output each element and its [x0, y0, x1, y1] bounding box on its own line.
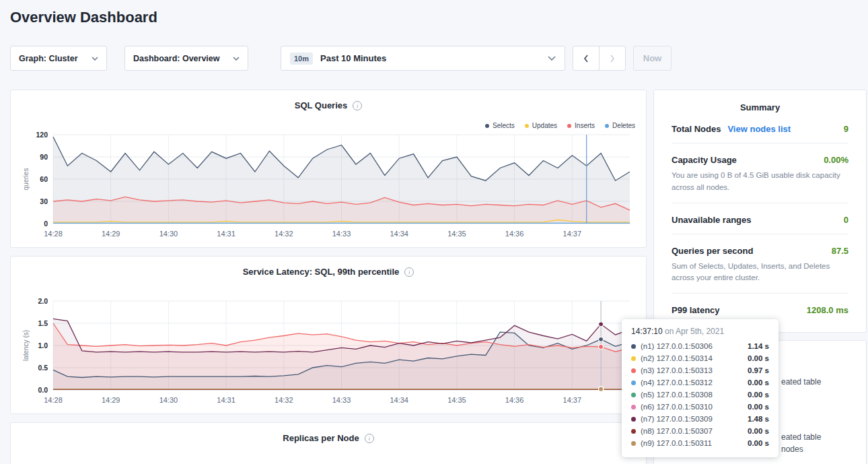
- legend-dot-icon: [485, 124, 489, 128]
- svg-text:14:28: 14:28: [44, 396, 63, 404]
- svg-text:0.0: 0.0: [38, 386, 48, 394]
- total-nodes-value: 9: [844, 124, 848, 134]
- sql-queries-header: SQL Queries i: [11, 90, 646, 110]
- tooltip-node-row: (n2) 127.0.0.1:503140.00 s: [631, 352, 769, 364]
- info-icon[interactable]: i: [404, 267, 414, 277]
- svg-text:14:29: 14:29: [102, 396, 120, 404]
- time-range-badge: 10m: [290, 53, 313, 65]
- svg-text:14:28: 14:28: [44, 230, 63, 238]
- tooltip-node-label: (n7) 127.0.0.1:50309: [641, 415, 713, 423]
- node-color-dot-icon: [631, 344, 636, 349]
- queries-per-second-label: Queries per second: [672, 246, 753, 256]
- queries-per-second-description: Sum of Selects, Updates, Inserts, and De…: [672, 261, 848, 285]
- tooltip-rows: (n1) 127.0.0.1:503061.14 s(n2) 127.0.0.1…: [631, 340, 769, 449]
- tooltip-node-row: (n6) 127.0.0.1:503100.00 s: [631, 401, 769, 413]
- node-color-dot-icon: [631, 356, 636, 361]
- tooltip-date: on Apr 5th, 2021: [663, 327, 724, 336]
- chevron-right-icon: [610, 55, 615, 63]
- summary-title: Summary: [672, 90, 848, 112]
- time-range-dropdown[interactable]: 10m Past 10 Minutes: [281, 46, 565, 71]
- node-color-dot-icon: [631, 441, 636, 446]
- tooltip-node-value: 0.00 s: [748, 439, 769, 447]
- svg-text:14:31: 14:31: [217, 230, 236, 238]
- unavailable-ranges-value: 0: [844, 215, 848, 225]
- dashboard-dropdown[interactable]: Dashboard: Overview: [124, 46, 248, 71]
- tooltip-node-row: (n7) 127.0.0.1:503091.48 s: [631, 413, 769, 425]
- replicas-per-node-panel: Replicas per Node i: [10, 422, 647, 464]
- sql-queries-chart[interactable]: 14:2814:2914:3014:3114:3214:3314:3414:35…: [11, 128, 647, 244]
- tooltip-node-row: (n4) 127.0.0.1:503120.00 s: [631, 376, 769, 389]
- event-item[interactable]: nodes: [781, 444, 803, 454]
- replicas-header: Replicas per Node i: [11, 423, 646, 443]
- node-color-dot-icon: [631, 368, 636, 373]
- tooltip-node-value: 0.00 s: [748, 354, 769, 362]
- node-color-dot-icon: [631, 405, 636, 409]
- p99-latency-label: P99 latency: [672, 305, 720, 315]
- svg-text:14:36: 14:36: [505, 230, 524, 238]
- tooltip-node-label: (n5) 127.0.0.1:50308: [641, 391, 713, 399]
- service-latency-header: Service Latency: SQL, 99th percentile i: [11, 257, 646, 277]
- svg-text:latency (s): latency (s): [22, 330, 30, 361]
- legend-dot-icon: [567, 124, 571, 128]
- node-color-dot-icon: [631, 429, 636, 434]
- time-prev-button[interactable]: [573, 46, 600, 71]
- svg-text:60: 60: [40, 175, 48, 183]
- queries-per-second-row: Queries per second 87.5 Sum of Selects, …: [672, 234, 848, 294]
- unavailable-ranges-row: Unavailable ranges 0: [672, 203, 848, 234]
- capacity-usage-value: 0.00%: [824, 155, 848, 165]
- svg-text:14:35: 14:35: [447, 396, 466, 404]
- chevron-down-icon: [92, 57, 98, 61]
- svg-text:0.5: 0.5: [38, 364, 48, 372]
- tooltip-node-value: 0.00 s: [748, 427, 769, 435]
- tooltip-node-row: (n8) 127.0.0.1:503070.00 s: [631, 425, 769, 437]
- time-next-button[interactable]: [599, 46, 626, 71]
- svg-text:120: 120: [36, 131, 48, 139]
- info-icon[interactable]: i: [365, 434, 374, 443]
- chevron-down-icon: [233, 57, 240, 61]
- tooltip-node-label: (n2) 127.0.0.1:50314: [641, 354, 713, 362]
- event-item[interactable]: eated table: [781, 377, 821, 387]
- tooltip-node-value: 0.00 s: [748, 378, 769, 387]
- tooltip-node-row: (n9) 127.0.0.1:503110.00 s: [631, 437, 769, 449]
- tooltip-node-value: 0.00 s: [748, 403, 769, 411]
- node-color-dot-icon: [631, 393, 636, 397]
- svg-text:14:37: 14:37: [563, 396, 582, 404]
- svg-text:2.0: 2.0: [38, 297, 48, 305]
- now-button[interactable]: Now: [633, 46, 672, 71]
- view-nodes-link[interactable]: View nodes list: [727, 124, 791, 134]
- tooltip-node-label: (n3) 127.0.0.1:50313: [641, 366, 713, 374]
- tooltip-node-label: (n1) 127.0.0.1:50306: [641, 342, 713, 350]
- total-nodes-label: Total Nodes: [672, 124, 721, 134]
- capacity-usage-row: Capacity Usage 0.00% You are using 0 B o…: [672, 143, 848, 203]
- event-item[interactable]: eated table: [781, 432, 821, 442]
- capacity-usage-description: You are using 0 B of 4.5 GiB usable disk…: [672, 170, 848, 194]
- legend-dot-icon: [525, 124, 529, 128]
- graph-dropdown-label: Graph: Cluster: [19, 54, 78, 63]
- tooltip-node-label: (n4) 127.0.0.1:50312: [641, 378, 713, 387]
- tooltip-node-label: (n8) 127.0.0.1:50307: [641, 427, 713, 435]
- chart-title: SQL Queries: [295, 100, 348, 110]
- tooltip-node-label: (n9) 127.0.0.1:50311: [641, 439, 712, 447]
- svg-text:0: 0: [44, 220, 48, 228]
- svg-text:90: 90: [40, 153, 48, 161]
- tooltip-node-row: (n3) 127.0.0.1:503130.97 s: [631, 364, 769, 376]
- chart-title: Replicas per Node: [283, 433, 359, 443]
- svg-text:14:33: 14:33: [332, 396, 351, 404]
- svg-text:14:32: 14:32: [275, 230, 293, 238]
- unavailable-ranges-label: Unavailable ranges: [672, 215, 752, 225]
- time-range-label: Past 10 Minutes: [320, 53, 386, 63]
- chart-tooltip: 14:37:10 on Apr 5th, 2021 (n1) 127.0.0.1…: [622, 319, 779, 457]
- node-color-dot-icon: [631, 417, 636, 422]
- p99-latency-value: 1208.0 ms: [807, 305, 848, 315]
- total-nodes-row: Total Nodes View nodes list 9: [672, 112, 848, 143]
- svg-text:14:37: 14:37: [563, 230, 582, 238]
- graph-dropdown[interactable]: Graph: Cluster: [10, 46, 107, 71]
- tooltip-node-value: 1.14 s: [748, 342, 769, 350]
- service-latency-chart[interactable]: 14:2814:2914:3014:3114:3214:3314:3414:35…: [11, 294, 647, 410]
- tooltip-header: 14:37:10 on Apr 5th, 2021: [631, 327, 769, 336]
- svg-text:queries: queries: [22, 168, 30, 191]
- tooltip-time: 14:37:10: [631, 327, 663, 336]
- service-latency-panel: Service Latency: SQL, 99th percentile i …: [10, 256, 647, 414]
- chevron-left-icon: [583, 55, 589, 63]
- info-icon[interactable]: i: [353, 101, 362, 110]
